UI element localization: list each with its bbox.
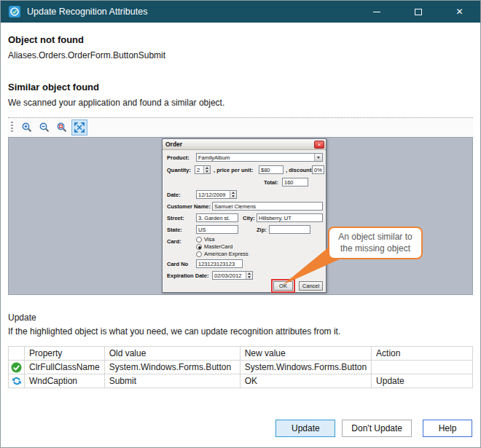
dont-update-button[interactable]: Don't Update xyxy=(342,420,412,437)
dropdown-arrow-icon xyxy=(314,154,322,161)
order-discount-label: , discount: xyxy=(286,166,313,175)
order-date-label: Date: xyxy=(167,191,181,200)
order-card-label: Card: xyxy=(167,237,181,246)
order-card-option-visa: Visa xyxy=(196,236,214,243)
window-controls: ✕ xyxy=(356,1,480,23)
order-state-field xyxy=(196,225,238,234)
order-card-option-amex: American Express xyxy=(196,251,249,257)
order-cardno-label: Card No xyxy=(167,260,188,269)
titlebar: Update Recognition Attributes ✕ xyxy=(1,1,480,23)
radio-icon xyxy=(196,237,202,243)
similar-object-title: Similar object found xyxy=(8,82,473,93)
order-zip-field xyxy=(269,225,310,234)
radio-icon xyxy=(196,251,202,257)
cell-new-value: System.Windows.Forms.Button xyxy=(240,361,371,374)
close-button[interactable]: ✕ xyxy=(439,1,480,23)
order-title: Order xyxy=(165,141,314,148)
cell-new-value: OK xyxy=(240,374,371,388)
close-icon: ✕ xyxy=(455,7,463,16)
order-expiration-spinner xyxy=(212,271,253,280)
radio-selected-icon xyxy=(196,244,202,250)
object-not-found-title: Object not found xyxy=(8,34,473,45)
update-button[interactable]: Update xyxy=(275,420,335,437)
radio-label: MasterCard xyxy=(204,243,232,250)
refresh-icon xyxy=(12,376,22,386)
cell-old-value: Submit xyxy=(104,374,240,388)
order-date-value xyxy=(197,191,230,198)
order-price-label: , price per unit: xyxy=(214,166,253,175)
order-quantity-value xyxy=(195,166,203,173)
footer-buttons: Update Don't Update Help xyxy=(275,420,472,437)
update-section-title: Update xyxy=(8,313,473,323)
new-value-column-header: New value xyxy=(240,347,371,361)
update-recognition-attributes-dialog: Update Recognition Attributes ✕ Object n… xyxy=(0,0,481,448)
zoom-out-icon[interactable] xyxy=(36,119,52,135)
minimize-button[interactable] xyxy=(356,1,397,23)
fit-to-window-icon[interactable] xyxy=(71,119,87,135)
radio-label: American Express xyxy=(204,251,249,257)
table-row[interactable]: WndCaption Submit OK Update xyxy=(9,374,473,388)
order-product-label: Product: xyxy=(167,154,189,162)
order-street-field xyxy=(196,213,238,222)
order-titlebar: Order × xyxy=(163,139,326,150)
order-customer-field xyxy=(212,202,323,211)
order-product-value xyxy=(197,154,314,161)
order-quantity-spinner xyxy=(195,165,211,174)
missing-object-path: Aliases.Orders.OrderForm.ButtonSubmit xyxy=(8,50,473,60)
order-discount-field xyxy=(312,165,324,174)
zoom-in-icon[interactable] xyxy=(19,119,35,135)
minimize-icon xyxy=(373,12,380,12)
help-button[interactable]: Help xyxy=(423,420,472,437)
cell-action: Update xyxy=(372,374,473,388)
order-street-label: Street: xyxy=(167,214,184,223)
cell-old-value: System.Windows.Forms.Button xyxy=(104,361,240,374)
status-column-header xyxy=(9,347,25,361)
callout-text: An object similar to the missing object xyxy=(338,232,412,254)
zoom-selection-icon[interactable] xyxy=(54,119,70,135)
maximize-icon xyxy=(415,9,422,15)
property-column-header: Property xyxy=(25,347,105,361)
order-customer-label: Customer Name: xyxy=(167,203,211,211)
spinner-arrows-icon xyxy=(230,191,236,198)
action-column-header: Action xyxy=(372,347,473,361)
order-product-combo xyxy=(196,153,323,162)
order-state-label: State: xyxy=(167,226,182,235)
order-city-field xyxy=(257,213,323,222)
order-date-spinner xyxy=(196,190,237,199)
check-icon xyxy=(11,362,22,373)
order-total-field xyxy=(282,178,308,186)
order-card-option-mastercard: MasterCard xyxy=(196,243,232,250)
order-price-field xyxy=(259,165,283,174)
spinner-arrows-icon xyxy=(203,166,210,173)
toolbar-grip[interactable] xyxy=(11,122,13,133)
attributes-table: Property Old value New value Action xyxy=(8,346,473,388)
order-expiration-label: Expiration Date: xyxy=(167,272,209,280)
old-value-column-header: Old value xyxy=(104,347,240,361)
order-close-icon: × xyxy=(314,141,324,149)
object-preview[interactable]: Order × Product: Quantity: , price per u… xyxy=(8,137,473,295)
cell-action xyxy=(372,361,473,374)
order-zip-label: Zip: xyxy=(257,226,267,235)
radio-label: Visa xyxy=(204,236,214,243)
update-section-description: If the highlighted object is what you ne… xyxy=(8,326,473,337)
maximize-button[interactable] xyxy=(397,1,439,23)
callout-bubble: An object similar to the missing object xyxy=(328,227,423,259)
order-total-label: Total: xyxy=(264,178,278,187)
window-title: Update Recognition Attributes xyxy=(27,7,356,17)
order-city-label: City: xyxy=(243,214,255,223)
table-header-row: Property Old value New value Action xyxy=(9,347,473,361)
similar-object-description: We scanned your application and found a … xyxy=(8,98,473,108)
app-icon xyxy=(8,5,21,18)
cell-property: WndCaption xyxy=(25,374,105,388)
table-row[interactable]: ClrFullClassName System.Windows.Forms.Bu… xyxy=(9,361,473,374)
spinner-arrows-icon xyxy=(246,272,252,279)
order-expiration-value xyxy=(213,272,246,279)
preview-toolbar xyxy=(8,117,473,137)
order-quantity-label: Quantity: xyxy=(167,166,191,175)
order-cardno-field xyxy=(196,259,243,268)
cell-property: ClrFullClassName xyxy=(25,361,105,374)
